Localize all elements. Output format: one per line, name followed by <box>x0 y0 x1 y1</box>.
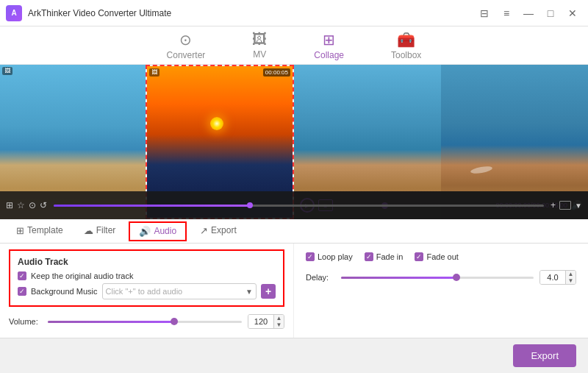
tab-filter[interactable]: ☁ Filter <box>74 221 126 242</box>
dropdown-arrow-playback: ▼ <box>575 202 582 210</box>
checkmark-icon-2: ✓ <box>19 288 25 295</box>
volume-down-btn[interactable]: ▼ <box>274 322 284 328</box>
nav-collage-label: Collage <box>314 50 344 60</box>
export-button[interactable]: Export <box>513 344 576 367</box>
media-badge-2: 🖼 <box>149 68 159 77</box>
bg-music-checkbox[interactable]: ✓ <box>18 287 26 296</box>
music-dropdown[interactable]: Click "+" to add audio ▼ <box>102 283 257 299</box>
collage-icon: ⊞ <box>323 31 335 49</box>
tab-export-label: Export <box>211 225 237 235</box>
converter-icon: ⊙ <box>179 31 192 49</box>
preview-area: 🖼 00:00:05 🖼 ⊞ ☆ ⊙ <box>0 65 588 219</box>
tab-audio-label: Audio <box>154 226 176 236</box>
export-bar: Export <box>0 338 588 373</box>
nav-converter[interactable]: ⊙ Converter <box>158 28 215 63</box>
mini-screen-btn[interactable] <box>559 201 571 210</box>
menu-btn[interactable]: ≡ <box>497 6 516 21</box>
nav-mv[interactable]: 🖼 MV <box>243 28 276 63</box>
filter-tab-icon: ☁ <box>84 225 93 236</box>
layout-btn[interactable]: ⊞ <box>6 200 13 210</box>
fade-in-option: ✓ Fade in <box>365 252 404 261</box>
timestamp-badge: 00:00:05 <box>263 68 290 77</box>
left-controls: Audio Track ✓ Keep the original audio tr… <box>0 244 294 338</box>
tab-filter-label: Filter <box>96 225 116 235</box>
keep-original-checkbox[interactable]: ✓ <box>18 271 26 280</box>
maximize-btn[interactable]: □ <box>541 6 560 21</box>
delay-fill <box>341 277 456 279</box>
delay-up-btn[interactable]: ▲ <box>566 271 576 277</box>
left-preview: 🖼 00:00:05 🖼 ⊞ ☆ ⊙ <box>0 65 294 219</box>
fade-out-checkbox[interactable]: ✓ <box>415 252 423 261</box>
fade-out-label: Fade out <box>426 252 458 261</box>
nav-bar: ⊙ Converter 🖼 MV ⊞ Collage 🧰 Toolbox <box>0 26 588 65</box>
plus-icon: + <box>551 200 556 210</box>
delay-thumb <box>453 274 460 281</box>
volume-row: Volume: 120 ▲ ▼ <box>9 311 284 332</box>
progress-thumb <box>247 202 253 208</box>
fade-in-label: Fade in <box>376 252 404 261</box>
toolbox-icon: 🧰 <box>397 31 415 49</box>
volume-up-btn[interactable]: ▲ <box>274 315 284 322</box>
add-audio-button[interactable]: + <box>261 284 276 299</box>
delay-spinner: ▲ ▼ <box>565 271 576 284</box>
checkmark-icon: ✓ <box>19 272 25 280</box>
app-title: ArkThinker Video Converter Ultimate <box>28 8 171 18</box>
delay-down-btn[interactable]: ▼ <box>566 277 576 284</box>
volume-slider[interactable] <box>48 321 242 323</box>
nav-mv-label: MV <box>253 49 266 60</box>
title-controls: ⊟ ≡ — □ ✕ <box>475 6 582 21</box>
fade-out-option: ✓ Fade out <box>415 252 458 261</box>
tab-audio[interactable]: 🔊 Audio <box>129 221 187 241</box>
right-controls: ✓ Loop play ✓ Fade in ✓ Fad <box>294 244 588 338</box>
tab-template-label: Template <box>27 225 63 235</box>
volume-spinner: ▲ ▼ <box>273 315 284 328</box>
options-row: ✓ Loop play ✓ Fade in ✓ Fad <box>306 252 576 261</box>
delay-input-group: 4.0 ▲ ▼ <box>539 270 576 285</box>
dropdown-arrow-icon: ▼ <box>245 288 253 296</box>
audio-track-title: Audio Track <box>18 257 276 267</box>
template-tab-icon: ⊞ <box>16 225 24 236</box>
star-btn[interactable]: ☆ <box>17 200 25 210</box>
background-music-row: ✓ Background Music Click "+" to add audi… <box>18 283 276 299</box>
tab-export[interactable]: ↗ Export <box>190 221 247 242</box>
volume-thumb <box>171 318 178 325</box>
tab-template[interactable]: ⊞ Template <box>6 221 74 242</box>
nav-converter-label: Converter <box>167 50 206 60</box>
progress-fill <box>54 205 250 207</box>
sparkle-effect <box>470 165 493 174</box>
fade-in-checkbox[interactable]: ✓ <box>365 252 373 261</box>
volume-value[interactable]: 120 <box>248 315 273 328</box>
delay-value[interactable]: 4.0 <box>540 271 565 284</box>
nav-toolbox[interactable]: 🧰 Toolbox <box>382 28 430 63</box>
title-bar: A ArkThinker Video Converter Ultimate ⊟ … <box>0 0 588 26</box>
media-badge-1: 🖼 <box>2 67 12 75</box>
tab-bar: ⊞ Template ☁ Filter 🔊 Audio ↗ Export <box>0 219 588 244</box>
fadeout-checkmark: ✓ <box>416 253 422 260</box>
music-placeholder: Click "+" to add audio <box>106 287 183 296</box>
audio-tab-icon: 🔊 <box>139 226 151 237</box>
progress-bar-mini[interactable] <box>54 205 544 207</box>
title-bar-left: A ArkThinker Video Converter Ultimate <box>6 5 171 21</box>
keep-original-label: Keep the original audio track <box>31 271 133 280</box>
fadein-checkmark: ✓ <box>366 253 372 260</box>
delay-label: Delay: <box>306 273 335 282</box>
nav-toolbox-label: Toolbox <box>391 50 421 60</box>
mv-icon: 🖼 <box>252 31 267 48</box>
controls-section: Audio Track ✓ Keep the original audio tr… <box>0 244 588 338</box>
volume-input-group: 120 ▲ ▼ <box>248 314 284 329</box>
minimize-btn[interactable]: — <box>519 6 538 21</box>
sun-element <box>210 117 223 130</box>
volume-label: Volume: <box>9 317 42 326</box>
close-btn[interactable]: ✕ <box>563 6 582 21</box>
message-btn[interactable]: ⊟ <box>475 6 494 21</box>
bg-music-label: Background Music <box>31 287 98 296</box>
loop-checkmark: ✓ <box>307 253 313 260</box>
loop-play-label: Loop play <box>318 252 353 261</box>
refresh-btn[interactable]: ↺ <box>40 200 47 210</box>
audio-track-section: Audio Track ✓ Keep the original audio tr… <box>9 249 284 307</box>
settings-btn[interactable]: ⊙ <box>29 200 36 210</box>
keep-original-row: ✓ Keep the original audio track <box>18 271 276 280</box>
delay-slider[interactable] <box>341 277 534 279</box>
loop-play-checkbox[interactable]: ✓ <box>306 252 315 261</box>
nav-collage[interactable]: ⊞ Collage <box>305 28 353 63</box>
